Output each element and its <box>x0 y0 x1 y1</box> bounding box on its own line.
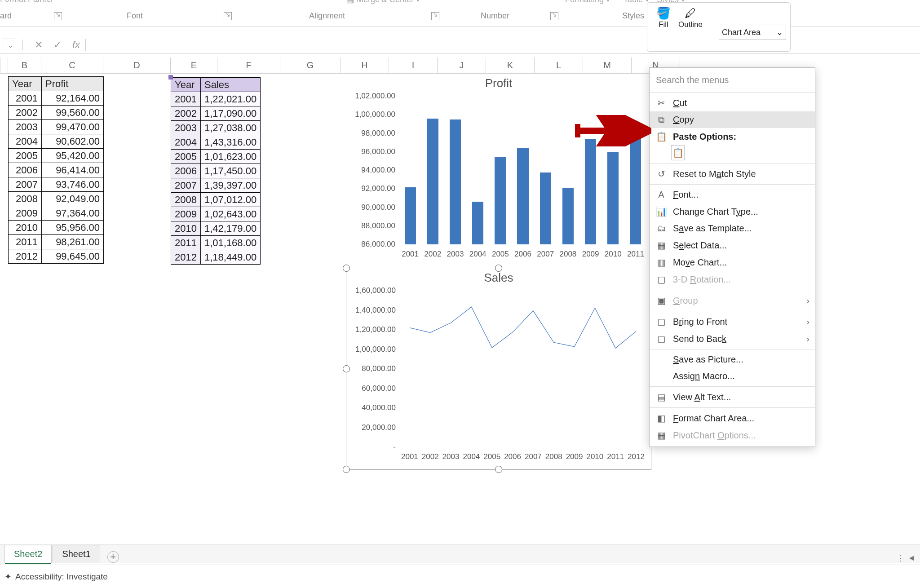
menu-select-data[interactable]: ▦ Select Data... <box>650 237 815 254</box>
menu-format-chart-area[interactable]: ◧ Format Chart Area... <box>650 410 815 427</box>
profit-chart[interactable]: Profit 1,02,000.001,00,000.0098,000.0096… <box>346 74 651 267</box>
fx-icon[interactable]: fx <box>72 39 80 51</box>
group-font: Font <box>127 11 143 21</box>
format-painter-button[interactable]: Format Painter <box>0 0 53 4</box>
table-row[interactable]: 200793,746.00 <box>9 177 104 192</box>
send-back-icon: ▢ <box>656 333 667 344</box>
merge-center-button[interactable]: ▦ Merge & Center ▾ <box>347 0 420 4</box>
sales-table[interactable]: YearSales20011,22,021.0020021,17,090.002… <box>171 77 261 265</box>
annotation-arrow <box>575 115 651 146</box>
col-G[interactable]: G <box>280 57 341 74</box>
table-row[interactable]: 20071,39,397.00 <box>171 178 261 193</box>
col-I[interactable]: I <box>389 57 438 74</box>
menu-save-picture[interactable]: Save as Picture... <box>650 351 815 368</box>
col-H[interactable]: H <box>341 57 389 74</box>
format-table-button[interactable]: Table ▾ <box>624 0 649 4</box>
col-J[interactable]: J <box>438 57 486 74</box>
clipboard-launcher-icon[interactable] <box>54 11 62 23</box>
table-row[interactable]: 200399,470.00 <box>9 120 104 134</box>
table-row[interactable]: 200192,164.00 <box>9 91 104 106</box>
resize-handle[interactable] <box>495 466 502 473</box>
resize-handle[interactable] <box>343 265 350 272</box>
resize-handle[interactable] <box>343 365 350 372</box>
col-M[interactable]: M <box>583 57 632 74</box>
pen-icon: 🖊 <box>677 6 704 20</box>
resize-handle[interactable] <box>495 265 502 272</box>
table-row[interactable]: 20101,42,179.00 <box>171 221 261 236</box>
table-row[interactable]: 200490,602.00 <box>9 134 104 149</box>
accessibility-status[interactable]: Accessibility: Investigate <box>15 572 108 582</box>
col-B[interactable]: B <box>8 57 41 74</box>
col-F[interactable]: F <box>217 57 280 74</box>
table-row[interactable]: 20081,07,012.00 <box>171 193 261 207</box>
resize-handle[interactable] <box>343 466 350 473</box>
table-row[interactable]: 200997,364.00 <box>9 206 104 221</box>
table-row[interactable]: 20051,01,623.00 <box>171 150 261 164</box>
col-C[interactable]: C <box>41 57 103 74</box>
menu-assign-macro[interactable]: Assign Macro... <box>650 368 815 385</box>
template-icon: 🗂 <box>656 223 667 234</box>
table-row[interactable]: 200892,049.00 <box>9 192 104 206</box>
tab-sheet1[interactable]: Sheet1 <box>53 545 100 563</box>
paste-button[interactable]: 📋 <box>671 145 685 160</box>
tab-menu-icon[interactable]: ⋮ <box>897 553 905 563</box>
menu-font[interactable]: A Font... <box>650 186 815 203</box>
table-row[interactable]: 200696,414.00 <box>9 163 104 177</box>
menu-search[interactable]: Search the menus <box>653 71 811 88</box>
table-row[interactable]: 20021,17,090.00 <box>171 106 261 121</box>
table-row[interactable]: 200595,420.00 <box>9 149 104 163</box>
table-row[interactable]: 201299,645.00 <box>9 249 104 264</box>
col-A[interactable] <box>0 57 8 74</box>
name-box[interactable]: ⌄ <box>3 39 16 51</box>
menu-bring-front[interactable]: ▢ Bring to Front › <box>650 313 815 330</box>
fill-label: Fill <box>659 20 668 29</box>
outline-button[interactable]: 🖊 Outline <box>677 6 704 29</box>
table-row[interactable]: 201095,956.00 <box>9 221 104 235</box>
table-row[interactable]: 20111,01,168.00 <box>171 236 261 250</box>
chevron-right-icon: › <box>806 296 809 306</box>
chart-element-selector[interactable]: Chart Area ⌄ <box>719 25 786 40</box>
table-row[interactable]: 20061,17,450.00 <box>171 164 261 178</box>
enter-icon[interactable]: ✓ <box>53 39 62 51</box>
menu-alt-text[interactable]: ▤ View Alt Text... <box>650 389 815 406</box>
menu-copy[interactable]: ⧉ Copy <box>650 111 815 128</box>
menu-3d-rotation: ▢ 3-D Rotation... <box>650 271 815 288</box>
col-L[interactable]: L <box>535 57 583 74</box>
cancel-icon[interactable]: ✕ <box>35 39 43 51</box>
sales-chart[interactable]: Sales 1,60,000.001,40,000.001,20,000.001… <box>346 268 651 470</box>
clipboard-icon: 📋 <box>656 131 667 142</box>
menu-send-back[interactable]: ▢ Send to Back › <box>650 330 815 347</box>
font-launcher-icon[interactable] <box>224 11 232 23</box>
table-row[interactable]: 20041,43,316.00 <box>171 135 261 150</box>
table-row[interactable]: 20091,02,643.00 <box>171 207 261 221</box>
sales-selection[interactable]: YearSales20011,22,021.0020021,17,090.002… <box>170 76 172 78</box>
group-icon: ▣ <box>656 295 667 306</box>
col-K[interactable]: K <box>486 57 535 74</box>
fill-button[interactable]: 🪣 Fill <box>650 6 677 29</box>
menu-save-template[interactable]: 🗂 Save as Template... <box>650 220 815 237</box>
table-row[interactable]: 200299,560.00 <box>9 106 104 120</box>
alignment-launcher-icon[interactable] <box>431 11 439 23</box>
col-D[interactable]: D <box>103 57 171 74</box>
table-row[interactable]: 20011,22,021.00 <box>171 92 261 106</box>
scroll-left-icon[interactable]: ◄ <box>907 553 916 563</box>
menu-reset-style[interactable]: ↺ Reset to Match Style <box>650 165 815 182</box>
chevron-right-icon: › <box>806 334 809 344</box>
cond-formatting-button[interactable]: Formatting ▾ <box>565 0 610 4</box>
table-row[interactable]: 20121,18,449.00 <box>171 250 261 265</box>
number-launcher-icon[interactable] <box>550 11 558 23</box>
add-sheet-button[interactable]: + <box>107 551 119 563</box>
accessibility-icon[interactable]: ✦ <box>4 571 12 582</box>
menu-change-chart-type[interactable]: 📊 Change Chart Type... <box>650 203 815 220</box>
pivot-icon: ▦ <box>656 430 667 441</box>
col-E[interactable]: E <box>171 57 217 74</box>
chevron-down-icon: ⌄ <box>776 27 783 37</box>
formula-input[interactable] <box>85 39 920 51</box>
tab-sheet2[interactable]: Sheet2 <box>4 545 52 563</box>
profit-table[interactable]: YearProfit200192,164.00200299,560.002003… <box>8 76 104 264</box>
table-row[interactable]: 201198,261.00 <box>9 235 104 249</box>
menu-paste-options: 📋 Paste Options: <box>650 128 815 145</box>
table-row[interactable]: 20031,27,038.00 <box>171 121 261 135</box>
menu-cut[interactable]: ✂ Cut <box>650 94 815 111</box>
menu-move-chart[interactable]: ▥ Move Chart... <box>650 254 815 271</box>
